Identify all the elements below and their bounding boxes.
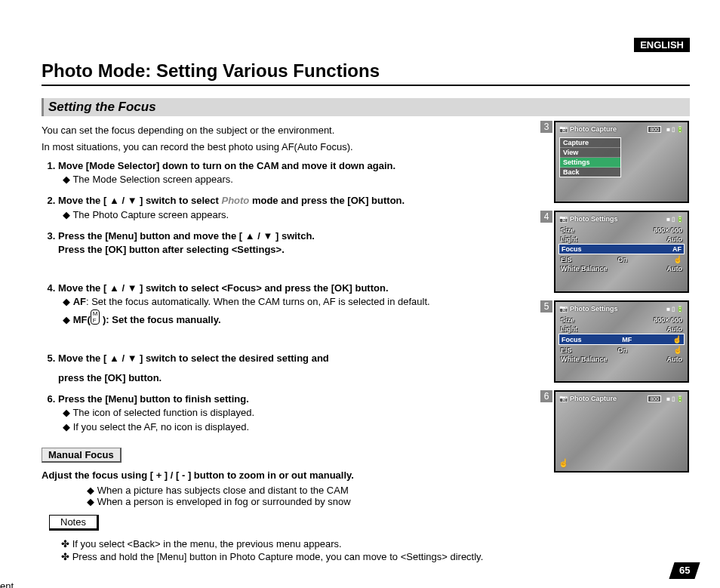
hand-icon: ☝ (673, 346, 682, 354)
mf-bullet: When a picture has subjects close and di… (87, 485, 540, 496)
step-detail: The Mode Selection screen appears. (63, 173, 540, 186)
step-1: Move [Mode Selector] down to turn on the… (58, 159, 540, 186)
status-icons: ■▯🔋 (666, 216, 684, 223)
manual-focus-heading: Manual Focus (42, 448, 122, 463)
figure-4: 4 Photo Settings ■▯🔋 Size800× 600 LightA… (554, 211, 690, 293)
menu-item-settings: Settings (560, 158, 620, 168)
step-6: Press the [Menu] button to finish settin… (58, 393, 540, 434)
notes-heading: Notes (49, 515, 99, 531)
setting-row-eis: EISOn☝ (558, 254, 685, 264)
status-icons: ■▯🔋 (666, 306, 684, 312)
menu-item-back: Back (560, 168, 620, 177)
setting-row-size: Size800× 600 (558, 226, 685, 235)
mf-bullet: When a person is enveloped in fog or sur… (87, 496, 540, 507)
note-item: If you select <Back> in the menu, the pr… (61, 538, 540, 550)
screen-title: Photo Settings (570, 305, 618, 312)
step-2: Move the [ / ] switch to select Photo mo… (58, 194, 540, 221)
resolution-badge: 800 (648, 126, 661, 133)
page-title: Photo Mode: Setting Various Functions (42, 60, 690, 86)
step-detail: MF(MF ): Set the focus manually. (63, 309, 540, 327)
step-3: Press the [Menu] button and move the [ /… (58, 229, 540, 257)
camera-icon (559, 395, 570, 402)
screen-title: Photo Settings (570, 215, 618, 223)
step-5: Move the [ / ] switch to select the desi… (58, 352, 540, 385)
camera-icon (559, 305, 570, 312)
setting-row-light: LightAuto (558, 325, 685, 334)
figure-number: 6 (540, 390, 552, 402)
setting-row-wb: White BalanceAuto (558, 264, 685, 273)
language-tag: ENGLISH (634, 38, 690, 52)
status-icons: ■▯🔋 (666, 396, 684, 402)
up-triangle-icon (109, 352, 119, 364)
mf-indicator-icon: ☝ (558, 458, 569, 468)
step-detail: The Photo Capture screen appears. (63, 208, 540, 222)
up-triangle-icon (109, 282, 119, 294)
step-4: Move the [ / ] switch to select <Focus> … (58, 282, 540, 327)
up-triangle-icon (245, 230, 255, 242)
intro-line: In most situations, you can record the b… (42, 140, 540, 154)
menu-item-capture: Capture (560, 138, 620, 148)
figure-number: 5 (540, 300, 552, 312)
up-triangle-icon (109, 195, 119, 206)
camera-icon (559, 125, 570, 133)
step-detail: AF: Set the focus automatically. When th… (63, 295, 540, 309)
menu-item-view: View (560, 148, 620, 158)
mf-icon: MF (91, 309, 100, 325)
figure-number: 3 (540, 121, 552, 133)
figure-6: 6 Photo Capture 800 ■▯🔋 ☝ (554, 390, 690, 473)
camera-icon (559, 215, 570, 223)
setting-row-size: Size800× 600 (558, 316, 685, 325)
screen-title: Photo Capture (570, 395, 617, 402)
manual-focus-line: Adjust the focus using [ + ] / [ - ] but… (42, 469, 540, 482)
section-heading: Setting the Focus (42, 98, 690, 116)
figure-5: 5 Photo Settings ■▯🔋 Size800× 600 LightA… (554, 300, 690, 383)
setting-row-focus: FocusMF☝ (558, 334, 685, 345)
step-detail: The icon of selected function is display… (63, 406, 540, 420)
step-detail: If you select the AF, no icon is display… (63, 420, 540, 434)
intro-line: You can set the focus depending on the s… (42, 124, 540, 137)
status-icons: ■▯🔋 (666, 126, 684, 133)
hand-icon: ☝ (673, 255, 682, 263)
hand-icon: ☝ (672, 335, 682, 343)
figure-3: 3 Photo Capture 800 ■▯🔋 Capture View Set… (554, 121, 690, 203)
page-number: 65 (669, 562, 700, 579)
setting-row-focus: FocusAF (558, 244, 685, 254)
down-triangle-icon (128, 282, 137, 294)
down-triangle-icon (128, 352, 137, 364)
resolution-badge: 800 (648, 396, 661, 402)
setting-row-light: LightAuto (558, 235, 685, 244)
note-item: Press and hold the [Menu] button in Phot… (61, 551, 540, 562)
setting-row-wb: White BalanceAuto (558, 355, 685, 364)
down-triangle-icon (128, 195, 137, 206)
screen-title: Photo Capture (570, 125, 617, 133)
down-triangle-icon (263, 230, 272, 242)
setting-row-eis: EISOn☝ (558, 345, 685, 355)
popup-menu: Capture View Settings Back (559, 137, 621, 177)
body-text: You can set the focus depending on the s… (42, 121, 540, 565)
figure-number: 4 (540, 211, 552, 223)
